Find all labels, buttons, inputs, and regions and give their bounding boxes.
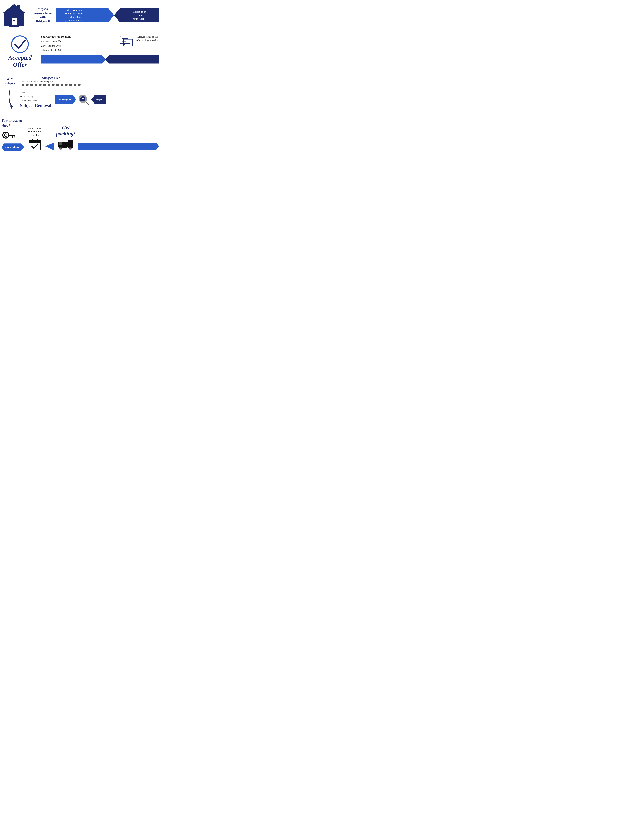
svg-line-11 <box>88 18 90 21</box>
dot <box>22 84 24 86</box>
list-item: 3. Negotiates the Offer <box>41 48 117 52</box>
inspection-arrow: Inspe... <box>91 95 106 104</box>
svg-point-13 <box>94 10 97 13</box>
subject-removal-title: Subject Removal <box>20 103 53 108</box>
realtor-list: 1. Prepares the Offer 2. Presents the Of… <box>41 40 117 52</box>
subject-removal-row: - Title - PDS -Zoning - Strata Documents… <box>2 90 159 109</box>
list-item: 1. Prepares the Offer <box>41 40 117 44</box>
dot <box>48 84 50 86</box>
notifications-text: Get set up on auto notifications! <box>133 10 147 21</box>
svg-rect-2 <box>12 18 17 26</box>
house-icon-wrap <box>2 3 30 28</box>
svg-line-15 <box>94 15 96 17</box>
section4-possession: Possession day! You own a home! Completi… <box>0 114 161 154</box>
dot <box>39 84 42 86</box>
completion-title: Completion day Title & Funds Transfer <box>27 126 43 137</box>
svg-line-12 <box>90 18 92 21</box>
svg-marker-25 <box>123 43 126 45</box>
divider1 <box>0 30 161 30</box>
svg-rect-6 <box>18 5 20 10</box>
subject-removal-block: - Title - PDS -Zoning - Strata Documents… <box>20 91 53 108</box>
subject-free-title: Subject Free <box>22 76 80 80</box>
fast-track-text: Fast track to hand in your deposit! <box>22 80 80 83</box>
dot <box>26 84 29 86</box>
accepted-title: Accepted Offer <box>8 54 32 68</box>
realtor-heading: Your Bridgewell Realtor... <box>41 35 117 39</box>
curved-arrow-icon <box>6 90 18 109</box>
svg-point-34 <box>5 134 7 137</box>
dot <box>78 84 80 86</box>
section1-top: Steps to buying a home with Bridgewell M… <box>0 0 161 29</box>
dot <box>74 84 76 86</box>
arrow-blue-small <box>41 55 106 64</box>
svg-rect-44 <box>68 140 74 148</box>
right-arrow-decoration <box>78 143 159 150</box>
key-icon <box>2 129 15 143</box>
with-subject-label: With Subject <box>2 77 18 85</box>
dot <box>61 84 63 86</box>
completion-block: Completion day Title & Funds Transfer <box>27 126 43 151</box>
get-packing-title: Get packing! <box>56 124 76 137</box>
svg-line-9 <box>88 15 90 17</box>
calendar-icon <box>28 138 42 151</box>
divider3 <box>0 113 161 113</box>
svg-point-20 <box>12 36 28 53</box>
dot <box>65 84 68 86</box>
blue-arrow-banner: Meet with your Bridgewell realtor & tell… <box>56 8 114 23</box>
divider2 <box>0 72 161 72</box>
section2-arrow-row <box>41 55 159 64</box>
realtor-info-block: Your Bridgewell Realtor... 1. Prepares t… <box>41 35 159 52</box>
dot <box>56 84 59 86</box>
svg-line-17 <box>94 18 96 21</box>
svg-rect-43 <box>59 142 62 145</box>
truck-icon <box>58 138 74 151</box>
meeting-text: Meet with your Bridgewell realtor & tell… <box>65 8 84 23</box>
discuss-text: Discuss terms of the offer with your rea… <box>136 35 159 42</box>
dot <box>31 84 33 86</box>
dots-row <box>22 84 80 86</box>
svg-line-10 <box>90 15 92 17</box>
section3-subject: With Subject Subject Free Fast track to … <box>0 73 161 112</box>
checkmark-icon <box>11 35 29 53</box>
subject-row: With Subject Subject Free Fast track to … <box>2 76 159 86</box>
magnify-icon <box>78 94 90 105</box>
dark-arrow-banner: Get set up on auto notifications! <box>114 8 159 23</box>
svg-marker-27 <box>10 105 13 109</box>
arrow-dark-small <box>105 55 159 64</box>
you-own-home-arrow: You own a home! <box>2 143 24 151</box>
svg-point-33 <box>3 132 9 138</box>
subject-free-block: Subject Free Fast track to hand in your … <box>22 76 80 86</box>
svg-point-3 <box>13 20 15 22</box>
chat-icon <box>119 35 134 48</box>
house-icon <box>2 3 27 27</box>
svg-point-48 <box>69 148 71 149</box>
due-diligence-arrow: Due Diligence <box>55 95 76 104</box>
accepted-left-block: Accepted Offer <box>2 35 38 68</box>
section2-accepted-offer: Accepted Offer Your Bridgewell Realtor..… <box>0 31 161 71</box>
dot <box>35 84 37 86</box>
dot <box>69 84 72 86</box>
svg-point-31 <box>82 98 84 99</box>
people-icon <box>87 9 100 22</box>
accepted-right-block: Your Bridgewell Realtor... 1. Prepares t… <box>41 35 159 64</box>
svg-line-16 <box>96 15 98 17</box>
dot <box>43 84 46 86</box>
svg-rect-39 <box>29 140 41 143</box>
realtor-text: Your Bridgewell Realtor... 1. Prepares t… <box>41 35 117 52</box>
svg-line-32 <box>86 102 89 105</box>
svg-line-18 <box>96 18 97 21</box>
svg-rect-5 <box>11 26 18 27</box>
removal-docs: - Title - PDS -Zoning - Strata Documents <box>20 91 53 102</box>
possession-block: Possession day! You own a home! <box>2 118 24 151</box>
list-item: 2. Presents the Offer <box>41 44 117 48</box>
left-arrow-decoration <box>45 143 54 150</box>
dot <box>52 84 55 86</box>
get-packing-block: Get packing! <box>56 124 76 151</box>
svg-point-46 <box>60 148 62 149</box>
svg-point-7 <box>88 10 92 13</box>
possession-title: Possession day! <box>2 118 23 129</box>
svg-rect-49 <box>67 145 69 147</box>
steps-label: Steps to buying a home with Bridgewell <box>30 7 56 24</box>
svg-rect-21 <box>120 36 130 43</box>
